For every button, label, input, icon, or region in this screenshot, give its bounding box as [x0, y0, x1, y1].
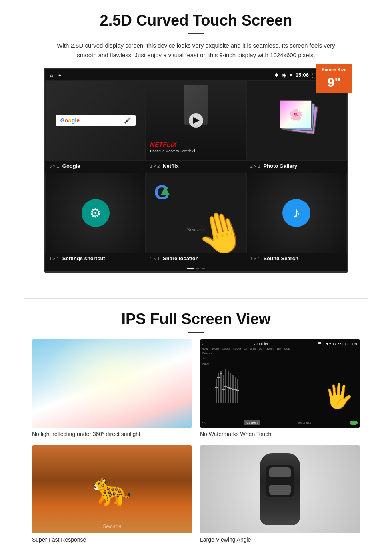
gear-icon: ⚙ [90, 205, 101, 221]
section1-divider [188, 33, 204, 34]
car-image: › [200, 445, 360, 533]
photo-stack: 🌸 [276, 100, 316, 141]
feature-fast: 🐆 Seicane Super Fast Response [32, 445, 192, 543]
eq-custom: Custom [244, 420, 260, 425]
app-labels-row1: 3 × 1 Google 3 × 2 Netflix 2 × 2 Photo G… [45, 161, 347, 173]
eq-bar6 [228, 371, 229, 403]
netflix-subtitle: Continue Marvel's Daredevil [150, 149, 195, 153]
sound-dims: 1 × 1 [250, 256, 260, 261]
feature-sunlight: No light reflecting under 360° direct su… [32, 339, 192, 437]
status-bar: ⌂ ⌁ ✱ ◉ ▾ 15:06 ⬚ 🔊 ✕ ▭ [45, 69, 347, 80]
music-note-icon: ♪ [293, 205, 300, 221]
share-app-name: Share location [163, 255, 199, 261]
eq-bar5 [225, 369, 226, 403]
usb-icon: ⌁ [58, 72, 61, 78]
page-dot-3 [202, 268, 205, 269]
flower-photo: 🌸 [280, 101, 311, 128]
page-indicators [45, 265, 347, 271]
location-icon: ◉ [282, 72, 286, 78]
page-dot-2 [196, 268, 199, 269]
page-dot-1 [187, 268, 194, 269]
feature-image-equalizer: ⌂ Amplifier ☰ ··· ♥ ▾ 17:33 ⬚ ♪ ⬚ ⇒ 60hz… [200, 339, 360, 428]
eq-bar1 [216, 379, 217, 403]
badge-label: Screen Size [316, 67, 352, 72]
app-labels-row2: 1 × 1 Settings shortcut 1 × 1 Share loca… [45, 253, 347, 265]
sound-label-cell: 1 × 1 Sound Search [246, 255, 347, 262]
device-mockup: Screen Size 9" ⌂ ⌁ ✱ ◉ ▾ 15:06 ⬚ 🔊 ✕ [44, 68, 348, 273]
share-location-cell[interactable]: G ▲ 🤚 Seicane [146, 173, 246, 253]
feature-image-sunlight [32, 339, 192, 428]
badge-line [328, 74, 340, 74]
netflix-app-cell[interactable]: NETFLIX Continue Marvel's Daredevil [146, 80, 246, 161]
app-grid-row2: ⚙ G ▲ 🤚 Seicane ♪ [45, 173, 347, 253]
eq-topbar: ⌂ Amplifier ☰ ··· ♥ ▾ 17:33 ⬚ ♪ ⬚ ⇒ [202, 342, 358, 346]
netflix-app-name: Netflix [163, 163, 179, 169]
feature-label-watermark: No Watermarks When Touch [200, 431, 360, 437]
status-left: ⌂ ⌁ [50, 72, 61, 78]
google-app-name: Google [62, 163, 80, 169]
hand-finger: 🤚 [192, 207, 246, 253]
feature-label-fast: Super Fast Response [32, 536, 192, 543]
car-roof [266, 465, 294, 497]
eq-bar7 [230, 373, 231, 403]
section2-title: IPS Full Screen View [24, 311, 368, 328]
section2: IPS Full Screen View No light reflecting… [0, 299, 392, 551]
settings-app-cell[interactable]: ⚙ [45, 173, 146, 253]
eq-loudness-label: loudness [298, 421, 311, 424]
app-grid-row1: Google 🎤 NETFLIX Continue Marvel's Dared… [45, 80, 347, 161]
google-logo: Google [60, 117, 80, 124]
google-dims: 3 × 1 [49, 164, 59, 169]
eq-screen: ⌂ Amplifier ☰ ··· ♥ ▾ 17:33 ⬚ ♪ ⬚ ⇒ 60hz… [200, 339, 360, 428]
home-icon[interactable]: ⌂ [50, 72, 53, 78]
cheetah-image: 🐆 Seicane [32, 445, 192, 533]
google-search-bar[interactable]: Google 🎤 [56, 115, 136, 126]
share-label-cell: 1 × 1 Share location [146, 255, 246, 262]
settings-dims: 1 × 1 [49, 256, 59, 261]
eq-bar4 [223, 375, 224, 403]
eq-footer: << Custom loudness [202, 420, 358, 425]
eq-bar2 [218, 373, 219, 403]
sky-image [32, 339, 192, 428]
play-button[interactable] [189, 113, 203, 128]
eq-home: ⌂ [202, 342, 204, 346]
eq-freq-labels: 60hz100hz200hz500hz1k2.5k10k12.5k15kSUB [202, 347, 358, 350]
section2-divider [188, 332, 204, 333]
feature-grid: No light reflecting under 360° direct su… [24, 339, 368, 543]
seicane-cheetah: Seicane [103, 523, 122, 529]
sound-search-cell[interactable]: ♪ [246, 173, 347, 253]
eq-nav: << [202, 421, 206, 424]
loudness-toggle[interactable] [350, 421, 358, 425]
eq-bar3 [220, 371, 222, 403]
settings-app-name: Settings shortcut [62, 255, 105, 261]
mic-icon[interactable]: 🎤 [124, 117, 131, 124]
sound-app-name: Sound Search [263, 255, 298, 261]
eq-sliders: 🖐 [216, 352, 358, 418]
music-icon-wrapper: ♪ [282, 199, 310, 227]
settings-label-cell: 1 × 1 Settings shortcut [45, 255, 146, 262]
eq-title: Amplifier [254, 342, 268, 346]
badge-size: 9" [328, 75, 341, 90]
feature-viewing: › Large Viewing Angle [200, 445, 360, 543]
bluetooth-icon: ✱ [274, 72, 279, 78]
status-time: 15:06 [296, 72, 309, 78]
gallery-app-name: Photo Gallery [263, 163, 297, 169]
feature-image-cheetah: 🐆 Seicane [32, 445, 192, 533]
section1: 2.5D Curved Touch Screen With 2.5D curve… [0, 0, 392, 282]
section1-title: 2.5D Curved Touch Screen [24, 12, 368, 29]
google-app-cell[interactable]: Google 🎤 [45, 80, 146, 161]
feature-image-car: › [200, 445, 360, 533]
settings-icon-wrapper: ⚙ [82, 199, 110, 227]
car-window-front [269, 467, 291, 477]
eq-bar9 [235, 377, 236, 403]
sun-ray [32, 339, 192, 428]
feature-label-sunlight: No light reflecting under 360° direct su… [32, 431, 192, 437]
photo-card-front: 🌸 [280, 100, 312, 128]
netflix-logo: NETFLIX [150, 141, 177, 148]
section1-description: With 2.5D curved-display screen, this de… [56, 41, 336, 60]
netflix-dims: 3 × 2 [150, 164, 160, 169]
gallery-label-cell: 2 × 2 Photo Gallery [246, 162, 347, 170]
eq-bar8 [232, 375, 234, 403]
feature-watermark: ⌂ Amplifier ☰ ··· ♥ ▾ 17:33 ⬚ ♪ ⬚ ⇒ 60hz… [200, 339, 360, 437]
eq-bar10 [237, 379, 238, 403]
netflix-label-cell: 3 × 2 Netflix [146, 162, 246, 170]
